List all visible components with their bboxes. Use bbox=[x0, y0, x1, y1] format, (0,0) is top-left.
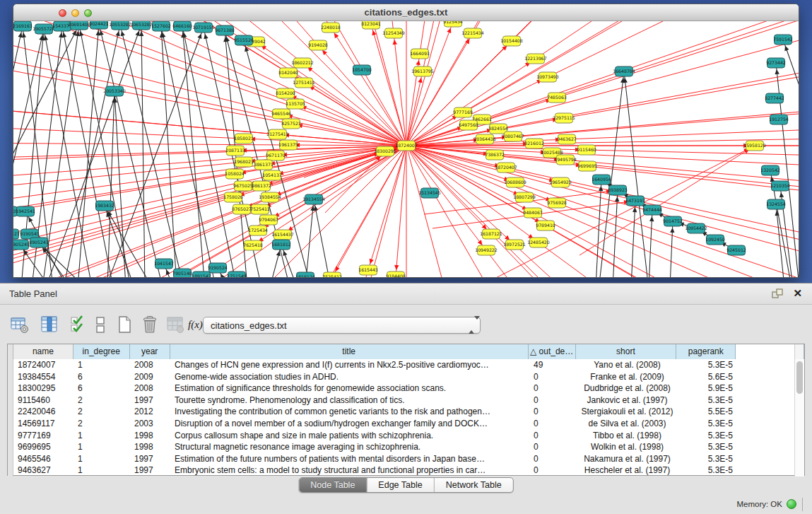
cell-indegree[interactable]: 2 bbox=[73, 418, 130, 430]
cell-indegree[interactable]: 1 bbox=[73, 441, 130, 453]
graph-node[interactable]: 9789410 bbox=[536, 221, 555, 230]
graph-node[interactable]: 1942541 bbox=[16, 206, 35, 216]
graph-node[interactable]: 9484067 bbox=[523, 208, 543, 218]
scrollbar-thumb[interactable] bbox=[796, 361, 803, 394]
column-header-short[interactable]: short bbox=[576, 344, 677, 359]
graph-node[interactable]: 9273442 bbox=[766, 58, 786, 68]
graph-node[interactable]: 9756928 bbox=[547, 198, 567, 208]
graph-node[interactable]: 1527602 bbox=[151, 21, 171, 31]
graph-node[interactable]: 1324554 bbox=[766, 199, 786, 209]
column-header-title[interactable]: title bbox=[170, 344, 529, 359]
graph-node[interactable]: 9463627 bbox=[557, 134, 577, 144]
column-header-year[interactable]: year bbox=[130, 344, 170, 359]
graph-node[interactable]: 18724007 bbox=[395, 141, 418, 151]
graph-node[interactable]: 7625418 bbox=[243, 240, 263, 250]
graph-node[interactable]: 1640954 bbox=[592, 175, 611, 185]
graph-node[interactable]: 9125434 bbox=[443, 21, 463, 27]
table-row[interactable]: 1938455462009Genome-wide association stu… bbox=[8, 371, 794, 383]
delete-trash-icon[interactable] bbox=[139, 313, 161, 336]
graph-node[interactable]: 11254349 bbox=[382, 28, 405, 38]
cell-pagerank[interactable]: 5.9E-5 bbox=[678, 382, 737, 395]
cell-pagerank[interactable]: 5.3E-5 bbox=[678, 453, 737, 465]
cell-name[interactable]: 19384554 bbox=[13, 371, 73, 383]
graph-node[interactable]: 7386372 bbox=[485, 150, 505, 160]
cell-year[interactable]: 1997 bbox=[130, 465, 170, 477]
graph-node[interactable]: 6497568 bbox=[459, 120, 478, 130]
cell-title[interactable]: Disruption of a novel member of a sodium… bbox=[170, 418, 529, 430]
cell-name[interactable]: 9463627 bbox=[13, 465, 73, 477]
table-row[interactable]: 946554611997Estimation of the future num… bbox=[8, 453, 794, 465]
graph-node[interactable]: 1917427 bbox=[13, 229, 20, 239]
graph-node[interactable]: 18972521 bbox=[503, 240, 526, 250]
graph-node[interactable]: 1054137 bbox=[262, 170, 282, 180]
clear-selection-icon[interactable] bbox=[89, 313, 112, 336]
graph-node[interactable]: 1615443 bbox=[358, 265, 378, 275]
cell-year[interactable]: 2012 bbox=[130, 406, 170, 418]
cell-name[interactable]: 22420046 bbox=[13, 406, 73, 418]
graph-node[interactable]: 9014752 bbox=[663, 216, 683, 226]
graph-node[interactable]: 1912754 bbox=[769, 115, 789, 124]
graph-node[interactable]: 9245012 bbox=[726, 245, 746, 255]
graph-node[interactable]: 9777169 bbox=[453, 107, 473, 117]
graph-node[interactable]: 20691406 bbox=[68, 21, 90, 30]
graph-node[interactable]: 10949222 bbox=[475, 245, 498, 255]
cell-year[interactable]: 1998 bbox=[130, 430, 170, 442]
cell-year[interactable]: 2003 bbox=[130, 418, 170, 430]
graph-node[interactable]: 19613795 bbox=[411, 66, 434, 76]
graph-node[interactable]: 19134554 bbox=[302, 194, 325, 204]
cell-pagerank[interactable]: 5.6E-5 bbox=[678, 371, 737, 383]
delete-column-icon[interactable] bbox=[164, 313, 187, 336]
graph-node[interactable]: 1858021 bbox=[234, 134, 254, 144]
vertical-scrollbar[interactable] bbox=[794, 359, 804, 477]
new-table-icon[interactable] bbox=[113, 313, 136, 336]
cell-outde[interactable]: 0 bbox=[529, 395, 577, 407]
graph-node[interactable]: 9699695 bbox=[577, 161, 597, 171]
graph-node[interactable]: 1854700 bbox=[352, 65, 372, 75]
select-all-icon[interactable] bbox=[68, 313, 90, 336]
cell-pagerank[interactable]: 5.3E-5 bbox=[678, 441, 737, 453]
cell-pagerank[interactable]: 5.3E-5 bbox=[678, 359, 737, 371]
cell-short[interactable]: Dudbridge et al. (2008) bbox=[577, 382, 678, 395]
graph-node[interactable]: 8154200 bbox=[276, 88, 295, 98]
cell-outde[interactable]: 0 bbox=[529, 382, 577, 395]
graph-node[interactable]: 10954422 bbox=[685, 223, 707, 233]
cell-title[interactable]: Corpus callosum shape and size in male p… bbox=[170, 430, 529, 442]
column-header-outde[interactable]: △ out_de… bbox=[529, 344, 576, 359]
cell-outde[interactable]: 0 bbox=[529, 418, 577, 430]
graph-node[interactable]: 10807467 bbox=[502, 132, 524, 141]
tab-edge-table[interactable]: Edge Table bbox=[367, 478, 434, 492]
cell-title[interactable]: Embryonic stem cells: a model to study s… bbox=[170, 465, 529, 477]
graph-node[interactable]: 9671388 bbox=[215, 25, 235, 35]
table-row[interactable]: 1872400712008Changes of HCN gene express… bbox=[8, 359, 794, 371]
column-header-name[interactable]: name bbox=[13, 344, 73, 359]
graph-node[interactable]: 19055724 bbox=[33, 24, 55, 34]
cell-short[interactable]: Yano et al. (2008) bbox=[577, 359, 678, 371]
cell-title[interactable]: Tourette syndrome. Phenomenology and cla… bbox=[170, 395, 529, 407]
graph-node[interactable]: 10719155 bbox=[192, 23, 215, 33]
graph-node[interactable]: 9861372 bbox=[252, 181, 271, 191]
graph-node[interactable]: 1983432 bbox=[95, 201, 114, 211]
graph-node[interactable]: 10973493 bbox=[536, 72, 559, 82]
graph-node[interactable]: 2169163 bbox=[13, 21, 33, 31]
graph-node[interactable]: 9024421 bbox=[89, 21, 109, 29]
cell-short[interactable]: Hescheler et al. (1997) bbox=[577, 465, 678, 477]
graph-node[interactable]: 7591542 bbox=[773, 35, 793, 45]
graph-node[interactable]: 10688609 bbox=[504, 177, 526, 187]
cell-pagerank[interactable]: 5.3E-5 bbox=[678, 418, 737, 430]
graph-node[interactable]: 2087133 bbox=[225, 146, 245, 156]
cell-outde[interactable]: 0 bbox=[529, 465, 577, 477]
graph-node[interactable]: 7525412 bbox=[322, 272, 342, 278]
graph-node[interactable]: 1968023 bbox=[234, 157, 254, 167]
graph-node[interactable]: 8905243 bbox=[29, 238, 49, 247]
graph-node[interactable]: 20364436 bbox=[473, 134, 496, 144]
graph-node[interactable]: 16187121 bbox=[480, 229, 502, 239]
cell-title[interactable]: Investigating the contribution of common… bbox=[170, 406, 529, 418]
graph-node[interactable]: 8765027 bbox=[232, 204, 252, 214]
show-column-icon[interactable] bbox=[38, 313, 61, 336]
table-row[interactable]: 1456911722003Disruption of a novel membe… bbox=[8, 418, 794, 430]
cell-title[interactable]: Structural magnetic resonance image aver… bbox=[170, 441, 529, 453]
graph-node[interactable]: 12215434 bbox=[461, 28, 484, 38]
graph-node[interactable]: 3861371 bbox=[254, 160, 273, 170]
graph-node[interactable]: 10154408 bbox=[500, 36, 523, 46]
graph-node[interactable]: 18300295 bbox=[374, 146, 396, 156]
